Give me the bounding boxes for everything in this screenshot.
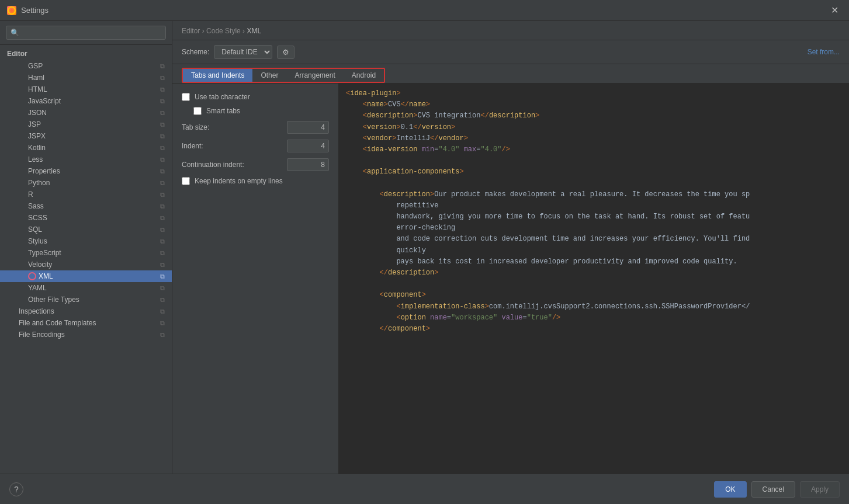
copy-icon-haml: ⧉: [160, 74, 165, 82]
breadcrumb-codestyle: Code Style: [206, 27, 241, 35]
sidebar-item-inspections[interactable]: Inspections ⧉: [0, 305, 172, 317]
sidebar-item-haml[interactable]: Haml ⧉: [0, 72, 172, 84]
sidebar-item-html[interactable]: HTML ⧉: [0, 84, 172, 95]
sidebar-item-kotlin[interactable]: Kotlin ⧉: [0, 142, 172, 154]
main-content: Editor › Code Style › XML Scheme: Defaul…: [172, 21, 849, 474]
use-tab-character-label: Use tab character: [195, 93, 250, 101]
tree-area: Editor GSP ⧉ Haml ⧉ HTML ⧉ JavaScript ⧉: [0, 45, 172, 474]
search-input[interactable]: [6, 26, 166, 40]
copy-icon-inspections: ⧉: [160, 308, 165, 315]
copy-icon-xml: ⧉: [160, 273, 165, 280]
sidebar-item-velocity[interactable]: Velocity ⧉: [0, 259, 172, 270]
editor-section-header: Editor: [0, 47, 172, 60]
set-from-link[interactable]: Set from...: [808, 48, 840, 56]
content-area: 🔍 Editor GSP ⧉ Haml ⧉ HTML ⧉: [0, 21, 849, 474]
search-wrapper: 🔍: [6, 26, 166, 40]
bottom-bar: ? OK Cancel Apply: [0, 474, 849, 504]
tab-other[interactable]: Other: [252, 69, 286, 82]
xml-selected-circle: [28, 272, 36, 280]
smart-tabs-checkbox[interactable]: [193, 107, 202, 115]
sidebar-item-file-encodings[interactable]: File Encodings ⧉: [0, 329, 172, 340]
copy-icon-python: ⧉: [160, 179, 165, 187]
breadcrumb: Editor › Code Style › XML: [172, 21, 849, 40]
copy-icon-sass: ⧉: [160, 203, 165, 210]
copy-icon-json: ⧉: [160, 109, 165, 117]
copy-icon-templates: ⧉: [160, 319, 165, 327]
sidebar-item-sass[interactable]: Sass ⧉: [0, 200, 172, 212]
copy-icon-jsp: ⧉: [160, 121, 165, 128]
indent-input[interactable]: [287, 140, 329, 152]
sidebar-item-properties[interactable]: Properties ⧉: [0, 165, 172, 177]
tab-tabs-and-indents[interactable]: Tabs and Indents: [183, 69, 252, 82]
smart-tabs-label: Smart tabs: [206, 107, 240, 115]
keep-indents-checkbox[interactable]: [182, 177, 190, 185]
copy-icon-less: ⧉: [160, 156, 165, 164]
scheme-label: Scheme:: [182, 48, 209, 56]
sidebar-item-other-file-types[interactable]: Other File Types ⧉: [0, 294, 172, 305]
ok-button[interactable]: OK: [714, 481, 746, 498]
copy-icon-kotlin: ⧉: [160, 144, 165, 152]
help-button[interactable]: ?: [9, 482, 23, 496]
tab-android[interactable]: Android: [344, 69, 384, 82]
use-tab-character-checkbox[interactable]: [182, 93, 190, 101]
sidebar-item-gsp[interactable]: GSP ⧉: [0, 60, 172, 72]
copy-icon-yaml: ⧉: [160, 284, 165, 292]
use-tab-character-row: Use tab character: [182, 93, 329, 101]
sidebar-item-less[interactable]: Less ⧉: [0, 154, 172, 165]
indent-row: Indent:: [182, 140, 329, 152]
tabs-container: Tabs and Indents Other Arrangement Andro…: [172, 64, 849, 84]
sidebar-item-scss[interactable]: SCSS ⧉: [0, 212, 172, 224]
continuation-indent-label: Continuation indent:: [182, 161, 281, 169]
sidebar-item-sql[interactable]: SQL ⧉: [0, 224, 172, 235]
sidebar-item-python[interactable]: Python ⧉: [0, 177, 172, 189]
close-button[interactable]: ✕: [827, 4, 842, 17]
continuation-indent-row: Continuation indent:: [182, 158, 329, 171]
sidebar-item-r[interactable]: R ⧉: [0, 189, 172, 200]
search-icon: 🔍: [11, 29, 19, 37]
sidebar: 🔍 Editor GSP ⧉ Haml ⧉ HTML ⧉: [0, 21, 172, 474]
titlebar: Settings ✕: [0, 0, 849, 21]
search-box: 🔍: [0, 21, 172, 45]
scheme-gear-button[interactable]: ⚙: [277, 46, 294, 59]
sidebar-item-stylus[interactable]: Stylus ⧉: [0, 235, 172, 247]
sidebar-item-json[interactable]: JSON ⧉: [0, 107, 172, 119]
tab-group: Tabs and Indents Other Arrangement Andro…: [182, 68, 385, 83]
keep-indents-row: Keep indents on empty lines: [182, 177, 329, 185]
copy-icon-js: ⧉: [160, 98, 165, 105]
smart-tabs-row: Smart tabs: [193, 107, 329, 115]
tab-arrangement[interactable]: Arrangement: [286, 69, 343, 82]
continuation-indent-input[interactable]: [287, 158, 329, 171]
copy-icon-other: ⧉: [160, 296, 165, 304]
scheme-bar: Scheme: Default IDE Project ⚙ Set from..…: [172, 40, 849, 64]
sidebar-item-jspx[interactable]: JSPX ⧉: [0, 130, 172, 142]
copy-icon-stylus: ⧉: [160, 238, 165, 245]
breadcrumb-xml: XML: [247, 27, 261, 35]
copy-icon-sql: ⧉: [160, 226, 165, 234]
settings-window: Settings ✕ 🔍 Editor GSP ⧉ Haml ⧉: [0, 0, 849, 504]
sidebar-item-xml[interactable]: XML ⧉: [0, 270, 172, 282]
sidebar-item-javascript[interactable]: JavaScript ⧉: [0, 95, 172, 107]
copy-icon-gsp: ⧉: [160, 62, 165, 70]
copy-icon-properties: ⧉: [160, 168, 165, 175]
copy-icon-r: ⧉: [160, 191, 165, 199]
cancel-button[interactable]: Cancel: [751, 481, 795, 498]
sidebar-item-yaml[interactable]: YAML ⧉: [0, 282, 172, 294]
window-title: Settings: [21, 6, 827, 15]
scheme-select[interactable]: Default IDE Project: [214, 45, 272, 59]
keep-indents-label: Keep indents on empty lines: [195, 177, 283, 185]
app-icon: [7, 6, 16, 15]
copy-icon-velocity: ⧉: [160, 261, 165, 269]
copy-icon-encodings: ⧉: [160, 331, 165, 339]
breadcrumb-editor: Editor: [182, 27, 200, 35]
sidebar-item-typescript[interactable]: TypeScript ⧉: [0, 247, 172, 259]
tab-size-input[interactable]: [287, 121, 329, 134]
tab-size-label: Tab size:: [182, 123, 281, 131]
copy-icon-html: ⧉: [160, 86, 165, 93]
sidebar-item-file-code-templates[interactable]: File and Code Templates ⧉: [0, 317, 172, 329]
tab-size-row: Tab size:: [182, 121, 329, 134]
indent-label: Indent:: [182, 142, 281, 150]
sidebar-item-jsp[interactable]: JSP ⧉: [0, 119, 172, 130]
apply-button[interactable]: Apply: [800, 481, 840, 498]
code-preview: <idea-plugin> <name>CVS</name> <descript…: [339, 84, 849, 474]
copy-icon-scss: ⧉: [160, 214, 165, 222]
